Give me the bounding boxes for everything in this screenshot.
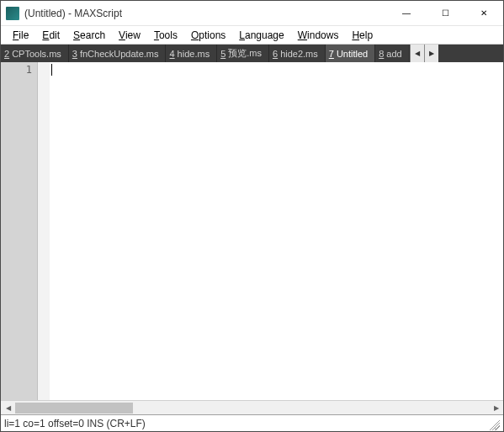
menu-label: elp	[359, 29, 373, 41]
tab-number: 8	[379, 49, 384, 59]
tab-preview[interactable]: 5预览.ms	[217, 45, 269, 62]
menu-label: dit	[49, 29, 60, 41]
menu-label: ools	[159, 29, 178, 41]
tab-label: 预览.ms	[228, 47, 262, 60]
menu-label: ile	[19, 29, 29, 41]
menu-label: ptions	[199, 29, 225, 41]
resize-grip[interactable]	[486, 417, 500, 430]
code-editor[interactable]	[50, 62, 503, 400]
tab-add[interactable]: 8add	[375, 45, 409, 62]
menu-label: anguage	[245, 29, 284, 41]
menu-tools[interactable]: Tools	[147, 28, 184, 43]
scroll-right-button[interactable]: ▶	[489, 401, 503, 415]
tab-number: 2	[4, 49, 9, 59]
menu-label: iew	[125, 29, 141, 41]
tab-scroll-right[interactable]: ▶	[424, 45, 438, 62]
scroll-track[interactable]	[15, 401, 489, 415]
tab-number: 4	[169, 49, 174, 59]
menu-label: earch	[80, 29, 105, 41]
tab-untitled[interactable]: 7Untitled	[326, 45, 375, 62]
text-caret	[51, 64, 52, 76]
app-icon	[6, 7, 19, 20]
close-button[interactable]: ✕	[464, 1, 503, 25]
menu-label: indows	[307, 29, 338, 41]
menu-language[interactable]: Language	[232, 28, 290, 43]
tab-label: add	[386, 49, 401, 59]
horizontal-scrollbar[interactable]: ◀ ▶	[1, 400, 503, 414]
statusbar: li=1 co=1 offset=0 INS (CR+LF)	[1, 414, 503, 431]
menu-accel: L	[239, 29, 245, 41]
tab-label: hide.ms	[178, 49, 210, 59]
menu-accel: V	[119, 29, 125, 41]
tab-number: 3	[72, 49, 77, 59]
menu-accel: W	[298, 29, 307, 41]
tab-label: fnCheckUpdate.ms	[80, 49, 159, 59]
scroll-thumb[interactable]	[15, 403, 133, 414]
tabbar: 2CPTools.ms 3fnCheckUpdate.ms 4hide.ms 5…	[1, 45, 503, 62]
menubar: File Edit Search View Tools Options Lang…	[1, 26, 503, 45]
menu-accel: H	[352, 29, 359, 41]
tab-hide2[interactable]: 6hide2.ms	[269, 45, 326, 62]
tab-label: hide2.ms	[280, 49, 318, 59]
menu-edit[interactable]: Edit	[35, 28, 66, 43]
menu-file[interactable]: File	[6, 28, 35, 43]
menu-help[interactable]: Help	[345, 28, 379, 43]
line-number: 1	[1, 64, 32, 76]
fold-margin	[38, 62, 50, 400]
tab-fncheckupdate[interactable]: 3fnCheckUpdate.ms	[69, 45, 167, 62]
editor-area: 1	[1, 62, 503, 400]
line-number-gutter: 1	[1, 62, 38, 400]
menu-accel: S	[73, 29, 80, 41]
tab-number: 6	[273, 49, 278, 59]
status-text: li=1 co=1 offset=0 INS (CR+LF)	[4, 418, 146, 429]
tab-label: CPTools.ms	[12, 49, 61, 59]
tab-number: 7	[329, 49, 334, 59]
menu-options[interactable]: Options	[184, 28, 232, 43]
tab-label: Untitled	[337, 49, 368, 59]
menu-accel: O	[191, 29, 199, 41]
maximize-button[interactable]: ☐	[426, 1, 464, 25]
menu-search[interactable]: Search	[66, 28, 112, 43]
tab-number: 5	[220, 49, 225, 59]
menu-windows[interactable]: Windows	[291, 28, 346, 43]
window-controls: — ☐ ✕	[387, 1, 503, 25]
tab-scroll-left[interactable]: ◀	[410, 45, 424, 62]
tab-hide[interactable]: 4hide.ms	[166, 45, 217, 62]
minimize-button[interactable]: —	[387, 1, 426, 25]
menu-view[interactable]: View	[112, 28, 147, 43]
titlebar: (Untitled) - MAXScript — ☐ ✕	[1, 1, 503, 26]
tab-cptools[interactable]: 2CPTools.ms	[1, 45, 69, 62]
scroll-left-button[interactable]: ◀	[1, 401, 15, 415]
window-title: (Untitled) - MAXScript	[24, 8, 387, 19]
